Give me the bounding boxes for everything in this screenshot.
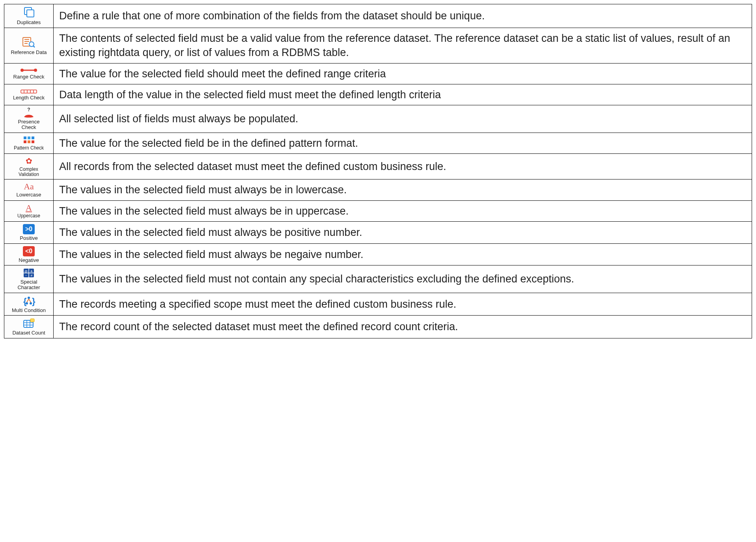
svg-text:{: { [23,296,27,306]
svg-rect-1 [27,10,34,17]
table-row: Aa Lowercase The values in the selected … [4,179,752,200]
range-check-icon [20,67,38,73]
svg-rect-11 [21,90,37,93]
svg-point-10 [34,69,37,72]
negative-icon: <0 [23,246,35,256]
rule-description: All selected list of fields must always … [54,105,752,133]
svg-point-35 [30,302,32,305]
svg-text:&: & [30,269,33,273]
complex-validation-icon: ✿ [26,156,32,166]
icon-label: Dataset Count [12,330,45,336]
icon-label: Multi Condition [12,308,46,313]
table-row: A Uppercase The values in the selected f… [4,200,752,221]
table-row: Reference Data The contents of selected … [4,28,752,63]
rule-description: The record count of the selected dataset… [54,316,752,338]
svg-point-33 [28,297,30,299]
svg-line-37 [29,299,31,302]
length-check-icon [20,89,37,94]
table-row: { } Multi Condition The records meeting … [4,293,752,316]
icon-label: Positive [20,235,38,241]
svg-rect-43 [30,319,34,322]
table-row: Length Check Data length of the value in… [4,84,752,105]
svg-point-17 [24,116,34,118]
svg-text:}: } [32,296,35,306]
svg-point-9 [21,69,24,72]
rule-description: The values in the selected field must al… [54,200,752,221]
rule-description: The value for the selected field should … [54,63,752,84]
svg-line-7 [33,46,35,47]
svg-rect-21 [24,140,26,143]
rule-description: All records from the selected dataset mu… [54,154,752,179]
rule-description: The contents of selected field must be a… [54,28,752,63]
presence-check-icon: ? [23,108,35,118]
duplicates-icon [22,7,35,19]
svg-line-36 [27,299,29,302]
table-row: Range Check The value for the selected f… [4,63,752,84]
icon-label: Lowercase [17,192,41,198]
svg-rect-19 [28,136,30,139]
pattern-check-icon [23,136,35,144]
dataset-count-icon [22,318,35,329]
table-row: Duplicates Define a rule that one of mor… [4,4,752,28]
icon-label: Range Check [13,74,45,80]
svg-rect-22 [28,140,30,143]
icon-label: Negative [19,258,39,263]
table-row: Dataset Count The record count of the se… [4,316,752,338]
table-row: ✿ ComplexValidation All records from the… [4,154,752,179]
table-row: >0 Positive The values in the selected f… [4,222,752,244]
icon-label: Reference Data [11,50,47,55]
svg-text:~: ~ [25,274,27,277]
svg-point-34 [26,302,28,305]
special-character-icon: @ & ~ # [23,268,35,278]
rule-description: Define a rule that one of more combinati… [54,4,752,28]
uppercase-icon: A [26,204,32,212]
svg-text:?: ? [27,108,30,112]
table-row: Pattern Check The value for the selected… [4,133,752,153]
multi-condition-icon: { } [22,295,35,307]
icon-label: Uppercase [17,213,40,219]
svg-text:@: @ [24,269,28,273]
svg-rect-23 [32,140,34,143]
svg-text:#: # [31,274,33,277]
rule-description: The values in the selected field must al… [54,222,752,244]
rule-description: The values in the selected field must no… [54,265,752,293]
icon-label: Length Check [13,95,45,101]
icon-label: Duplicates [17,20,41,25]
icon-label: PresenceCheck [18,119,40,130]
lowercase-icon: Aa [24,182,34,191]
reference-data-icon [22,36,36,49]
table-row: @ & ~ # SpecialCharacter The values in t… [4,265,752,293]
rule-description: The values in the selected field must al… [54,243,752,265]
icon-label: Pattern Check [14,146,44,151]
table-row: ? PresenceCheck All selected list of fie… [4,105,752,133]
rule-description: Data length of the value in the selected… [54,84,752,105]
svg-rect-18 [24,136,26,139]
icon-label: ComplexValidation [19,167,39,177]
positive-icon: >0 [23,224,35,234]
icon-label: SpecialCharacter [17,279,40,290]
table-row: <0 Negative The values in the selected f… [4,243,752,265]
rule-description: The records meeting a specified scope mu… [54,293,752,316]
rule-description: The values in the selected field must al… [54,179,752,200]
rule-description: The value for the selected field be in t… [54,133,752,153]
rules-table: Duplicates Define a rule that one of mor… [4,4,752,338]
svg-rect-20 [32,136,34,139]
